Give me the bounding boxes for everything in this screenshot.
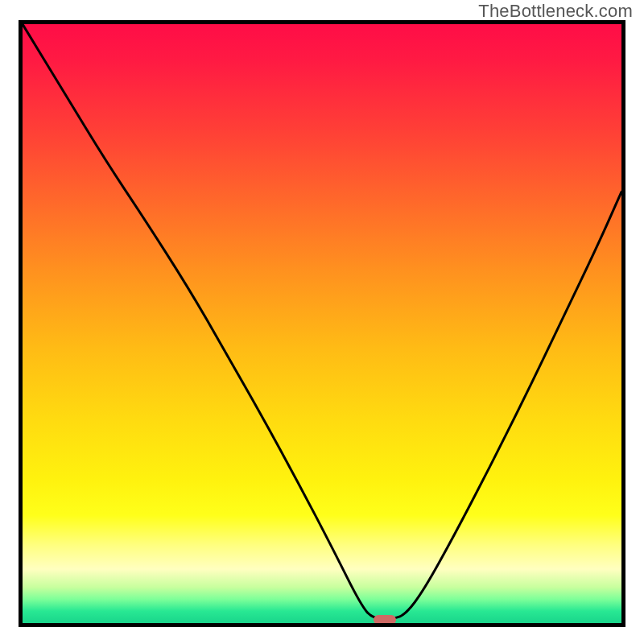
optimal-point-marker <box>374 615 396 625</box>
chart-container: TheBottleneck.com <box>0 0 644 644</box>
bottleneck-curve <box>23 24 621 623</box>
plot-frame <box>19 20 625 627</box>
watermark-text: TheBottleneck.com <box>478 1 633 22</box>
